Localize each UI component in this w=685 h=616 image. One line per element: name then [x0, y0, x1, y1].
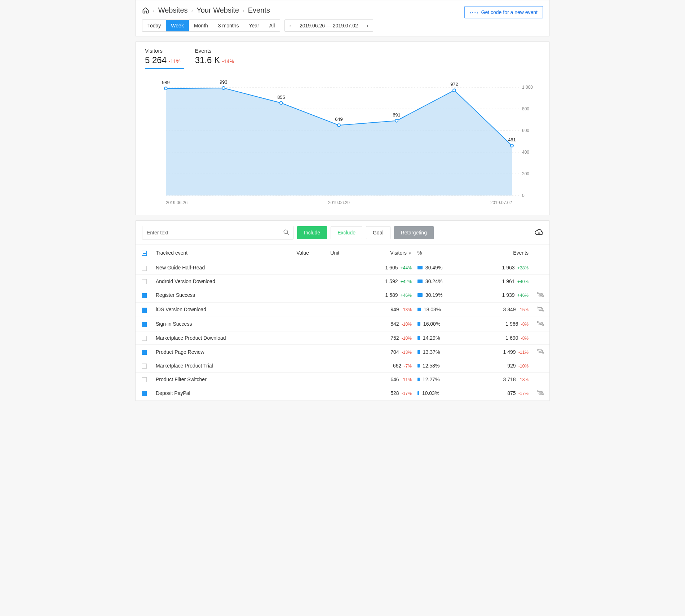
route-icon[interactable] [537, 322, 544, 327]
percent-cell: 30.19% [415, 288, 472, 302]
events-delta: -8% [520, 336, 529, 341]
event-value [293, 373, 327, 386]
percent-cell: 30.24% [415, 274, 472, 288]
row-checkbox[interactable] [142, 308, 147, 313]
percent-cell: 14.29% [415, 331, 472, 344]
row-checkbox[interactable] [142, 364, 147, 369]
row-checkbox[interactable] [142, 350, 147, 355]
visitors-delta: -10% [400, 336, 411, 341]
row-checkbox[interactable] [142, 322, 147, 327]
row-checkbox[interactable] [142, 391, 147, 396]
events-delta: -8% [520, 322, 529, 327]
range-tab-month[interactable]: Month [189, 20, 213, 31]
event-value [293, 331, 327, 344]
include-button[interactable]: Include [297, 226, 327, 239]
percent-value: 13.37% [423, 349, 440, 355]
row-checkbox[interactable] [142, 293, 147, 298]
event-name[interactable]: Deposit PayPal [153, 386, 293, 400]
event-name[interactable]: Register Success [153, 288, 293, 302]
visitors-delta: -17% [400, 391, 411, 396]
svg-point-29 [284, 230, 288, 234]
download-icon[interactable] [535, 228, 543, 237]
home-icon[interactable] [142, 7, 149, 14]
route-icon[interactable] [537, 307, 544, 313]
svg-point-16 [280, 102, 283, 105]
event-value [293, 317, 327, 331]
event-name[interactable]: Android Version Download [153, 274, 293, 288]
visitors-cell: 1 605 +44% [355, 261, 415, 274]
svg-text:461: 461 [508, 137, 516, 142]
visitors-cell: 842 -10% [355, 317, 415, 331]
table-row: iOS Version Download 949 -13% 18.03% 3 3… [136, 302, 549, 317]
event-unit [327, 261, 355, 274]
route-icon[interactable] [537, 293, 544, 299]
event-unit [327, 317, 355, 331]
event-name[interactable]: Product Page Review [153, 345, 293, 359]
metric-value: 5 264 [145, 55, 167, 65]
table-row: New Guide Half-Read 1 605 +44% 30.49% 1 … [136, 261, 549, 274]
svg-point-35 [537, 321, 538, 322]
goal-button[interactable]: Goal [366, 226, 390, 239]
events-cell: 3 349 -15% [472, 302, 531, 317]
retargeting-button[interactable]: Retargeting [394, 226, 434, 239]
date-prev-button[interactable]: ‹ [285, 20, 295, 31]
select-all-checkbox[interactable] [142, 251, 147, 256]
visitors-cell: 704 -13% [355, 345, 415, 359]
route-icon[interactable] [537, 349, 544, 355]
visitors-delta: -7% [403, 364, 412, 369]
col-value[interactable]: Value [293, 245, 327, 261]
col-unit[interactable]: Unit [327, 245, 355, 261]
visitors-delta: -11% [400, 377, 411, 382]
breadcrumb: › Websites › Your Website › Events [142, 6, 373, 14]
svg-text:200: 200 [522, 171, 529, 176]
date-next-button[interactable]: › [362, 20, 373, 31]
exclude-button[interactable]: Exclude [331, 226, 362, 239]
metric-events[interactable]: Events 31.6 K-14% [195, 48, 234, 65]
range-tab-today[interactable]: Today [142, 20, 166, 31]
range-tab-all[interactable]: All [264, 20, 280, 31]
search-icon[interactable] [279, 229, 293, 237]
metric-visitors[interactable]: Visitors 5 264-11% [145, 48, 181, 65]
row-checkbox[interactable] [142, 266, 147, 271]
percent-value: 10.03% [422, 390, 439, 396]
get-code-button[interactable]: ‹⋯› Get code for a new event [464, 6, 543, 18]
events-cell: 1 966 -8% [472, 317, 531, 331]
event-name[interactable]: Product Filter Switcher [153, 373, 293, 386]
svg-text:2019.06.26: 2019.06.26 [166, 200, 187, 205]
col-visitors[interactable]: Visitors▼ [355, 245, 415, 261]
svg-point-36 [543, 324, 544, 325]
events-cell: 1 690 -8% [472, 331, 531, 344]
events-cell: 1 939 +46% [472, 288, 531, 302]
col-event[interactable]: Tracked event [153, 245, 293, 261]
metric-tabs: Visitors 5 264-11%Events 31.6 K-14% [136, 42, 549, 69]
visitors-cell: 646 -11% [355, 373, 415, 386]
col-events[interactable]: Events [472, 245, 531, 261]
svg-text:649: 649 [335, 116, 343, 122]
event-name[interactable]: iOS Version Download [153, 302, 293, 317]
percent-value: 18.03% [424, 307, 441, 312]
col-percent[interactable]: % [415, 245, 472, 261]
event-name[interactable]: Marketplace Product Download [153, 331, 293, 344]
visitors-delta: +42% [399, 279, 411, 284]
code-icon: ‹⋯› [470, 9, 478, 15]
row-checkbox[interactable] [142, 279, 147, 284]
visitors-delta: +44% [399, 265, 411, 270]
row-checkbox[interactable] [142, 336, 147, 341]
route-icon[interactable] [537, 391, 544, 397]
range-tab-week[interactable]: Week [166, 20, 189, 31]
range-tab-3-months[interactable]: 3 months [213, 20, 244, 31]
percent-cell: 16.00% [415, 317, 472, 331]
row-checkbox[interactable] [142, 377, 147, 382]
event-name[interactable]: New Guide Half-Read [153, 261, 293, 274]
range-tab-year[interactable]: Year [244, 20, 264, 31]
table-row: Deposit PayPal 528 -17% 10.03% 875 -17% [136, 386, 549, 400]
metric-delta: -14% [222, 58, 234, 64]
breadcrumb-your-website[interactable]: Your Website [196, 6, 239, 14]
breadcrumb-websites[interactable]: Websites [158, 6, 188, 14]
svg-text:989: 989 [162, 80, 170, 85]
search-input[interactable] [142, 226, 279, 239]
event-name[interactable]: Sign-in Success [153, 317, 293, 331]
metric-value: 31.6 K [195, 55, 220, 65]
table-row: Android Version Download 1 592 +42% 30.2… [136, 274, 549, 288]
event-name[interactable]: Marketplace Product Trial [153, 359, 293, 373]
